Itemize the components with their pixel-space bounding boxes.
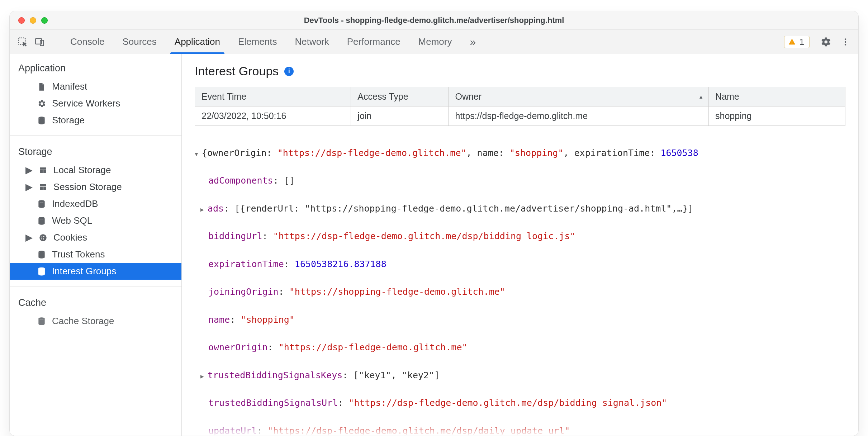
- svg-point-6: [845, 41, 846, 42]
- panel-title: Interest Groups: [195, 64, 279, 78]
- cell-name: shopping: [709, 106, 845, 126]
- table-header-row: Event Time Access Type Owner▲ Name: [195, 87, 845, 106]
- sidebar-item-cookies[interactable]: ▶ Cookies: [10, 229, 181, 246]
- content-panel: Interest Groups i Event Time Access Type…: [182, 54, 858, 436]
- settings-button[interactable]: [819, 35, 833, 49]
- traffic-lights: [18, 17, 48, 24]
- panel-tabs: Console Sources Application Elements Net…: [66, 30, 480, 54]
- tab-network[interactable]: Network: [290, 30, 333, 54]
- caret-right-icon: ▶: [25, 181, 33, 193]
- col-event-time[interactable]: Event Time: [195, 87, 351, 106]
- svg-point-19: [43, 236, 44, 237]
- object-viewer[interactable]: {ownerOrigin: "https://dsp-fledge-demo.g…: [182, 126, 858, 436]
- sidebar-item-manifest[interactable]: Manifest: [10, 78, 181, 95]
- col-name[interactable]: Name: [709, 87, 845, 106]
- sidebar-divider: [10, 286, 181, 286]
- close-window-button[interactable]: [18, 17, 25, 24]
- tab-console[interactable]: Console: [66, 30, 109, 54]
- svg-rect-12: [40, 184, 46, 186]
- cell-access-type: join: [351, 106, 449, 126]
- sidebar-item-cache-storage[interactable]: Cache Storage: [10, 313, 181, 330]
- svg-point-8: [38, 117, 44, 119]
- sidebar-item-service-workers[interactable]: Service Workers: [10, 95, 181, 112]
- svg-rect-3: [792, 41, 792, 43]
- col-owner[interactable]: Owner▲: [449, 87, 709, 106]
- devtools-window: DevTools - shopping-fledge-demo.glitch.m…: [9, 11, 859, 436]
- warnings-badge[interactable]: 1: [784, 36, 810, 48]
- database-icon: [36, 115, 47, 126]
- info-icon[interactable]: i: [284, 67, 294, 76]
- database-icon: [36, 199, 47, 209]
- titlebar: DevTools - shopping-fledge-demo.glitch.m…: [10, 11, 858, 30]
- sidebar-item-indexeddb[interactable]: IndexedDB: [10, 195, 181, 212]
- col-access-type[interactable]: Access Type: [351, 87, 449, 106]
- database-icon: [36, 316, 47, 327]
- sidebar-group-title: Application: [10, 54, 181, 78]
- toolbar-divider: [53, 35, 53, 49]
- svg-point-7: [845, 44, 846, 45]
- device-toolbar-icon[interactable]: [33, 35, 47, 49]
- table-icon: [38, 165, 48, 176]
- svg-point-18: [41, 236, 42, 237]
- svg-rect-11: [43, 170, 46, 173]
- zoom-window-button[interactable]: [41, 17, 48, 24]
- warnings-count: 1: [800, 37, 804, 47]
- caret-right-icon[interactable]: [200, 369, 208, 383]
- caret-right-icon[interactable]: [200, 202, 208, 216]
- sidebar-item-storage[interactable]: Storage: [10, 112, 181, 129]
- svg-rect-14: [43, 187, 46, 190]
- tab-application[interactable]: Application: [170, 30, 224, 54]
- sidebar-item-websql[interactable]: Web SQL: [10, 212, 181, 229]
- table-row[interactable]: 22/03/2022, 10:50:16 join https://dsp-fl…: [195, 106, 845, 126]
- table-icon: [38, 182, 48, 193]
- sidebar-group-title: Storage: [10, 138, 181, 162]
- svg-point-24: [38, 317, 44, 320]
- tab-sources[interactable]: Sources: [118, 30, 161, 54]
- svg-point-15: [38, 200, 44, 203]
- svg-point-21: [41, 238, 42, 239]
- caret-right-icon: ▶: [25, 232, 33, 243]
- cell-event-time: 22/03/2022, 10:50:16: [195, 106, 351, 126]
- svg-point-5: [845, 38, 846, 40]
- application-sidebar: Application Manifest Service Workers Sto…: [10, 54, 182, 436]
- svg-point-17: [39, 234, 47, 241]
- caret-down-icon[interactable]: [195, 146, 202, 160]
- cell-owner: https://dsp-fledge-demo.glitch.me: [449, 106, 709, 126]
- minimize-window-button[interactable]: [30, 17, 36, 24]
- svg-rect-4: [792, 43, 792, 44]
- sidebar-item-label: Storage: [52, 115, 85, 126]
- tab-memory[interactable]: Memory: [414, 30, 456, 54]
- sidebar-group-title: Cache: [10, 289, 181, 313]
- sort-indicator-icon: ▲: [698, 94, 703, 100]
- svg-rect-10: [40, 170, 43, 173]
- sidebar-item-label: Trust Tokens: [52, 249, 105, 260]
- cookie-icon: [38, 232, 48, 243]
- more-tabs-button[interactable]: »: [466, 30, 480, 54]
- sidebar-item-label: Manifest: [52, 81, 87, 92]
- devtools-toolbar: Console Sources Application Elements Net…: [10, 30, 858, 54]
- main-split: Application Manifest Service Workers Sto…: [10, 54, 858, 436]
- sidebar-item-label: Local Storage: [53, 165, 111, 176]
- sidebar-item-session-storage[interactable]: ▶ Session Storage: [10, 179, 181, 195]
- sidebar-divider: [10, 135, 181, 136]
- gear-icon: [36, 98, 47, 109]
- window-title: DevTools - shopping-fledge-demo.glitch.m…: [10, 16, 858, 25]
- inspect-element-icon[interactable]: [15, 35, 30, 49]
- svg-point-20: [43, 238, 44, 239]
- sidebar-item-label: IndexedDB: [52, 198, 98, 209]
- sidebar-item-interest-groups[interactable]: Interest Groups: [10, 263, 181, 280]
- tab-elements[interactable]: Elements: [234, 30, 281, 54]
- sidebar-item-local-storage[interactable]: ▶ Local Storage: [10, 162, 181, 179]
- kebab-icon: [841, 37, 850, 47]
- sidebar-item-label: Cache Storage: [52, 316, 114, 327]
- sidebar-item-trust-tokens[interactable]: Trust Tokens: [10, 246, 181, 263]
- sidebar-item-label: Web SQL: [52, 215, 92, 226]
- tab-performance[interactable]: Performance: [343, 30, 405, 54]
- sidebar-item-label: Session Storage: [53, 181, 122, 193]
- svg-point-16: [38, 217, 44, 219]
- sidebar-item-label: Service Workers: [52, 98, 120, 109]
- svg-rect-13: [40, 187, 43, 190]
- more-options-button[interactable]: [838, 35, 853, 49]
- caret-right-icon: ▶: [25, 165, 33, 176]
- database-icon: [36, 266, 47, 277]
